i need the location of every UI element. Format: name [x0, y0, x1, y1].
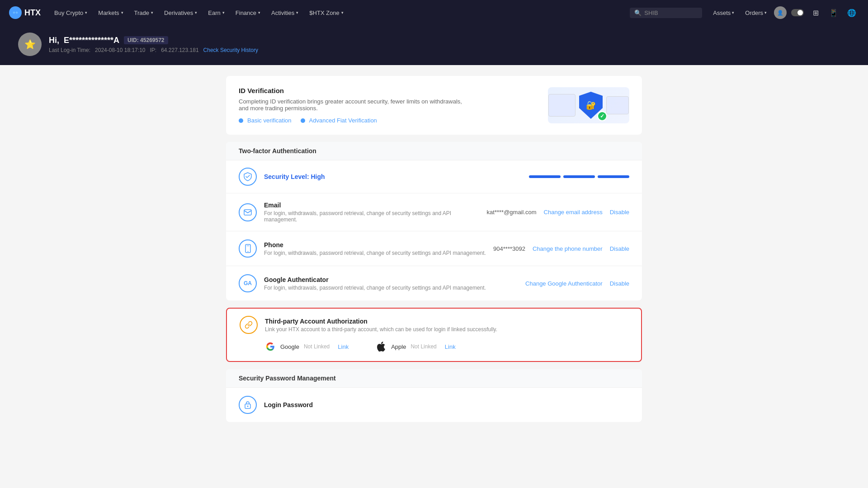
nav-htx-zone-arrow: ▾: [341, 10, 344, 15]
email-title: Email: [264, 202, 480, 209]
phone-icon: [239, 239, 257, 258]
last-login-label: Last Log-in Time:: [49, 47, 90, 53]
disable-phone-link[interactable]: Disable: [610, 245, 629, 252]
security-shield-icon: [239, 168, 257, 186]
login-password-info: Login Password: [264, 401, 313, 408]
user-uid: UID: 45269572: [124, 36, 168, 44]
user-avatar[interactable]: 👤: [774, 6, 787, 19]
third-party-links: Google Not Linked Link Apple Not Linked …: [240, 341, 628, 352]
password-section: Security Password Management Login Passw…: [226, 369, 642, 422]
level-bar-1: [529, 175, 561, 178]
google-auth-title: Google Authenticator: [264, 276, 518, 283]
google-status: Not Linked: [304, 343, 330, 350]
assets-button[interactable]: Assets ▾: [709, 8, 738, 18]
user-header: ⭐ Hi, E**************A UID: 45269572 Las…: [0, 25, 868, 65]
search-input[interactable]: [644, 9, 698, 16]
third-party-desc: Link your HTX account to a third-party a…: [265, 326, 497, 333]
id-verification-section: ID Verification Completing ID verificati…: [226, 76, 642, 135]
level-bars: [529, 175, 629, 178]
two-factor-header: Two-factor Authentication: [226, 142, 642, 160]
email-icon: [239, 203, 257, 221]
last-login-time: 2024-08-10 18:17:10: [95, 47, 145, 53]
mobile-icon[interactable]: 📱: [826, 5, 841, 20]
navbar: HTX Buy Crypto ▾ Markets ▾ Trade ▾ Deriv…: [0, 0, 868, 25]
change-email-link[interactable]: Change email address: [544, 209, 603, 216]
login-password-item: Login Password: [226, 388, 642, 422]
advanced-verification-link[interactable]: Advanced Fiat Verification: [301, 117, 377, 124]
nav-buy-crypto[interactable]: Buy Crypto ▾: [50, 7, 92, 19]
third-party-info: Third-party Account Authorization Link y…: [265, 318, 497, 333]
check-badge: ✓: [597, 111, 607, 121]
email-value: kat****@gmail.com: [487, 209, 537, 216]
id-verification-card: ID Verification Completing ID verificati…: [226, 76, 642, 135]
search-icon: 🔍: [634, 9, 642, 16]
uid-label: UID:: [127, 37, 139, 43]
third-party-card: Third-party Account Authorization Link y…: [226, 308, 642, 362]
logo[interactable]: HTX: [9, 6, 41, 19]
user-avatar-large: ⭐: [18, 33, 42, 56]
nav-trade[interactable]: Trade ▾: [130, 7, 158, 19]
nav-markets-arrow: ▾: [121, 10, 123, 15]
apple-link-item: Apple Not Linked Link: [376, 341, 455, 352]
orders-button[interactable]: Orders ▾: [741, 8, 770, 18]
level-bar-3: [598, 175, 629, 178]
password-section-header: Security Password Management: [226, 369, 642, 388]
nav-finance-arrow: ▾: [258, 10, 260, 15]
main-content: ID Verification Completing ID verificati…: [217, 76, 651, 422]
login-password-title: Login Password: [264, 401, 313, 408]
nav-trade-arrow: ▾: [151, 10, 153, 15]
apple-status: Not Linked: [410, 343, 436, 350]
security-level-item: Security Level: High: [226, 160, 642, 193]
orders-arrow: ▾: [764, 10, 767, 15]
grid-icon[interactable]: ⊞: [808, 5, 823, 20]
ip-label: IP:: [150, 47, 156, 53]
basic-dot: [239, 118, 243, 123]
svg-point-2: [797, 10, 803, 15]
disable-google-auth-link[interactable]: Disable: [610, 280, 629, 287]
nav-earn-arrow: ▾: [222, 10, 225, 15]
apple-icon: [376, 341, 387, 352]
id-ver-links: Basic verification Advanced Fiat Verific…: [239, 117, 465, 124]
user-greeting: Hi,: [49, 36, 59, 45]
id-ver-image: 🔐 ✓: [548, 87, 629, 123]
email-actions: kat****@gmail.com Change email address D…: [487, 209, 629, 216]
google-auth-actions: Change Google Authenticator Disable: [525, 280, 629, 287]
third-party-top: Third-party Account Authorization Link y…: [240, 316, 628, 334]
globe-icon[interactable]: 🌐: [844, 5, 859, 20]
toggle-switch[interactable]: [790, 5, 805, 20]
shield-graphic: 🔐 ✓: [579, 92, 603, 119]
email-security-item: Email For login, withdrawals, password r…: [226, 193, 642, 231]
two-factor-card: Two-factor Authentication Security Level…: [226, 142, 642, 300]
nav-activities[interactable]: Activities ▾: [267, 7, 303, 19]
login-password-icon: [239, 396, 257, 414]
disable-email-link[interactable]: Disable: [610, 209, 629, 216]
google-link-item: Google Not Linked Link: [265, 341, 349, 352]
nav-buy-crypto-arrow: ▾: [85, 10, 87, 15]
phone-actions: 904****3092 Change the phone number Disa…: [493, 245, 629, 252]
apple-name: Apple: [391, 343, 406, 350]
change-google-auth-link[interactable]: Change Google Authenticator: [525, 280, 603, 287]
change-phone-link[interactable]: Change the phone number: [533, 245, 603, 252]
security-level-value: High: [311, 173, 325, 180]
phone-info: Phone For login, withdrawals, password r…: [264, 241, 486, 256]
check-security-link[interactable]: Check Security History: [203, 47, 258, 53]
nav-markets[interactable]: Markets ▾: [94, 7, 127, 19]
user-info: Hi, E**************A UID: 45269572 Last …: [49, 36, 258, 53]
third-party-content: Third-party Account Authorization Link y…: [227, 309, 641, 361]
nav-earn[interactable]: Earn ▾: [203, 7, 229, 19]
google-auth-desc: For login, withdrawals, password retriev…: [264, 285, 518, 291]
nav-finance[interactable]: Finance ▾: [231, 7, 265, 19]
nav-derivatives[interactable]: Derivatives ▾: [160, 7, 202, 19]
id-ver-desc: Completing ID verification brings greate…: [239, 98, 465, 112]
uid-value: 45269572: [140, 37, 164, 43]
phone-value: 904****3092: [493, 245, 525, 252]
google-auth-item: GA Google Authenticator For login, withd…: [226, 266, 642, 300]
google-link-button[interactable]: Link: [338, 343, 349, 350]
nav-activities-arrow: ▾: [296, 10, 298, 15]
basic-verification-link[interactable]: Basic verification: [239, 117, 292, 124]
apple-link-button[interactable]: Link: [445, 343, 456, 350]
level-bar-2: [563, 175, 595, 178]
nav-htx-zone[interactable]: $HTX Zone ▾: [305, 7, 348, 19]
user-meta: Last Log-in Time: 2024-08-10 18:17:10 IP…: [49, 47, 258, 53]
security-level-text: Security Level: High: [264, 173, 522, 180]
